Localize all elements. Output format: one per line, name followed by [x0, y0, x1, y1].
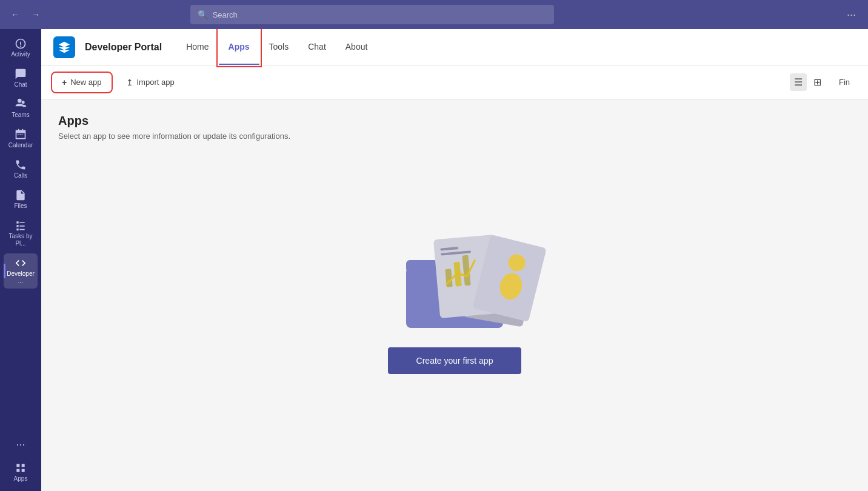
- developer-portal-logo: [58, 41, 71, 54]
- import-app-button[interactable]: ↥ Import app: [118, 74, 183, 91]
- sidebar-item-calendar[interactable]: Calendar: [4, 125, 38, 153]
- teams-icon: [15, 98, 27, 110]
- sidebar-item-chat[interactable]: Chat: [4, 64, 38, 92]
- search-bar: 🔍: [190, 5, 554, 24]
- app-area: Developer Portal Home Apps Tools Chat Ab…: [41, 29, 868, 491]
- app-title: Developer Portal: [85, 42, 162, 53]
- calendar-icon: [15, 129, 27, 141]
- more-apps-button[interactable]: ···: [11, 433, 30, 456]
- sidebar-item-tasks[interactable]: Tasks by Pl...: [4, 216, 38, 251]
- nav-item-chat[interactable]: Chat: [298, 29, 336, 65]
- files-icon: [15, 189, 27, 201]
- nav-item-tools[interactable]: Tools: [259, 29, 299, 65]
- sidebar: Activity Chat Teams Calendar Calls: [0, 29, 41, 491]
- topbar: ← → 🔍 ···: [0, 0, 868, 29]
- sidebar-label-teams: Teams: [12, 112, 29, 119]
- create-first-app-button[interactable]: Create your first app: [388, 347, 521, 374]
- search-input[interactable]: [213, 10, 547, 19]
- app-header: Developer Portal Home Apps Tools Chat Ab…: [41, 29, 868, 65]
- sidebar-item-calls[interactable]: Calls: [4, 155, 38, 183]
- sidebar-item-developer[interactable]: Developer ...: [4, 253, 38, 289]
- sidebar-label-calendar: Calendar: [8, 142, 33, 149]
- content-area: Apps Select an app to see more informati…: [41, 99, 868, 491]
- sidebar-item-activity[interactable]: Activity: [4, 34, 38, 62]
- sidebar-item-files[interactable]: Files: [4, 185, 38, 213]
- main-layout: Activity Chat Teams Calendar Calls: [0, 29, 868, 491]
- view-toggle: ☰ ⊞: [790, 73, 826, 91]
- new-app-button[interactable]: + New app: [53, 74, 110, 91]
- plus-icon: +: [62, 78, 67, 87]
- activity-icon: [15, 38, 27, 50]
- sidebar-label-developer: Developer ...: [6, 270, 35, 285]
- forward-button[interactable]: →: [28, 7, 44, 22]
- nav-item-about[interactable]: About: [336, 29, 378, 65]
- sidebar-item-apps[interactable]: Apps: [4, 458, 38, 486]
- nav-item-home[interactable]: Home: [176, 29, 218, 65]
- grid-view-button[interactable]: ⊞: [809, 73, 826, 91]
- tasks-icon: [15, 219, 27, 232]
- search-icon: 🔍: [198, 10, 208, 19]
- sidebar-item-teams[interactable]: Teams: [4, 95, 38, 122]
- empty-state-illustration: [364, 207, 546, 328]
- back-button[interactable]: ←: [7, 7, 23, 22]
- sidebar-label-apps: Apps: [14, 475, 28, 483]
- toolbar: + New app ↥ Import app ☰ ⊞ Fin: [41, 65, 868, 99]
- chat-icon: [15, 68, 27, 80]
- sidebar-label-chat: Chat: [14, 81, 27, 89]
- sidebar-label-calls: Calls: [14, 172, 27, 179]
- sidebar-label-files: Files: [14, 202, 27, 210]
- import-icon: ↥: [126, 78, 133, 87]
- nav-item-apps[interactable]: Apps: [219, 29, 259, 65]
- sidebar-label-tasks: Tasks by Pl...: [6, 233, 35, 247]
- developer-icon: [15, 257, 27, 269]
- app-nav: Home Apps Tools Chat About: [176, 29, 377, 65]
- list-view-button[interactable]: ☰: [790, 73, 807, 91]
- more-options-button[interactable]: ···: [842, 6, 861, 24]
- filter-button[interactable]: Fin: [833, 75, 856, 89]
- app-logo: [53, 36, 75, 58]
- calls-icon: [15, 159, 27, 171]
- apps-icon: [15, 462, 27, 474]
- content-subtitle: Select an app to see more information or…: [58, 132, 290, 141]
- content-title: Apps: [58, 114, 88, 128]
- empty-state: Create your first app: [58, 141, 851, 476]
- sidebar-label-activity: Activity: [11, 51, 30, 58]
